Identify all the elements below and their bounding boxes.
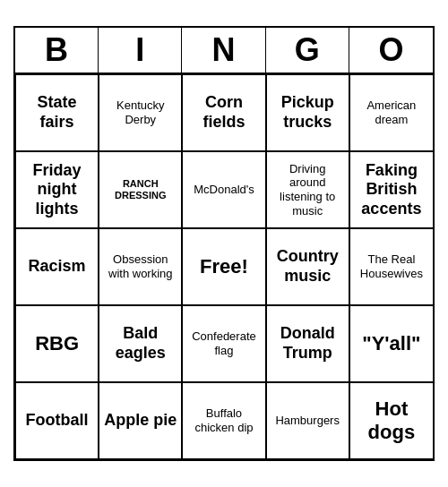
- bingo-cell-19: "Y'all": [349, 305, 433, 382]
- header-letter: O: [349, 28, 433, 73]
- bingo-cell-2: Corn fields: [182, 74, 265, 151]
- bingo-cell-9: Faking British accents: [349, 151, 433, 228]
- bingo-cell-6: RANCH DRESSING: [99, 151, 182, 228]
- bingo-cell-10: Racism: [15, 228, 99, 305]
- header-letter: G: [266, 28, 349, 73]
- header-letter: B: [15, 28, 99, 73]
- bingo-grid: State fairsKentucky DerbyCorn fieldsPick…: [15, 74, 433, 459]
- bingo-cell-17: Confederate flag: [182, 305, 265, 382]
- bingo-cell-15: RBG: [15, 305, 99, 382]
- bingo-cell-14: The Real Housewives: [349, 228, 433, 305]
- bingo-cell-23: Hamburgers: [266, 382, 349, 459]
- bingo-cell-0: State fairs: [15, 74, 99, 151]
- bingo-header: BINGO: [15, 28, 433, 74]
- bingo-cell-1: Kentucky Derby: [99, 74, 182, 151]
- bingo-cell-3: Pickup trucks: [266, 74, 349, 151]
- bingo-card: BINGO State fairsKentucky DerbyCorn fiel…: [13, 26, 435, 461]
- bingo-cell-12: Free!: [182, 228, 265, 305]
- bingo-cell-11: Obsession with working: [99, 228, 182, 305]
- bingo-cell-4: American dream: [349, 74, 433, 151]
- bingo-cell-18: Donald Trump: [266, 305, 349, 382]
- header-letter: N: [182, 28, 265, 73]
- bingo-cell-21: Apple pie: [99, 382, 182, 459]
- bingo-cell-20: Football: [15, 382, 99, 459]
- bingo-cell-22: Buffalo chicken dip: [182, 382, 265, 459]
- header-letter: I: [99, 28, 182, 73]
- bingo-cell-16: Bald eagles: [99, 305, 182, 382]
- bingo-cell-5: Friday night lights: [15, 151, 99, 228]
- bingo-cell-8: Driving around listening to music: [266, 151, 349, 228]
- bingo-cell-24: Hot dogs: [349, 382, 433, 459]
- bingo-cell-7: McDonald's: [182, 151, 265, 228]
- bingo-cell-13: Country music: [266, 228, 349, 305]
